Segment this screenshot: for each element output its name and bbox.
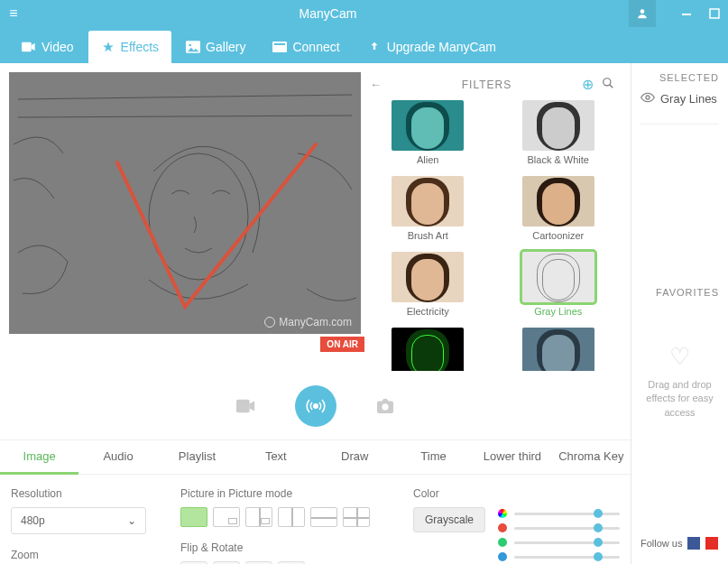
selected-effect[interactable]: Gray Lines xyxy=(640,92,719,106)
tab-effects-label: Effects xyxy=(121,40,160,54)
svg-rect-1 xyxy=(682,14,691,15)
red-icon xyxy=(498,523,507,532)
pip-split-h[interactable] xyxy=(310,507,337,527)
pip-label: Picture in Picture mode xyxy=(180,487,397,500)
hue-slider[interactable] xyxy=(514,513,620,515)
red-slider[interactable] xyxy=(514,527,620,530)
blue-slider[interactable] xyxy=(514,556,620,559)
subtab-audio[interactable]: Audio xyxy=(78,440,157,474)
filter-black-white[interactable]: Black & White xyxy=(501,100,617,165)
filter-cartoonizer[interactable]: Cartoonizer xyxy=(501,176,617,241)
favorites-hint: Drag and drop effects for easy access xyxy=(640,378,719,420)
resolution-select[interactable]: 480p ⌄ xyxy=(11,507,146,534)
filters-add-button[interactable]: ⊕ xyxy=(582,76,602,93)
pip-split2[interactable] xyxy=(245,507,272,527)
svg-point-5 xyxy=(189,44,191,47)
facebook-icon[interactable] xyxy=(687,537,700,550)
tab-gallery[interactable]: Gallery xyxy=(173,31,258,63)
svg-rect-3 xyxy=(22,42,32,52)
subtab-text[interactable]: Text xyxy=(236,440,315,474)
pip-split-v[interactable] xyxy=(278,507,305,527)
filter-alien[interactable]: Alien xyxy=(370,100,486,165)
subtab-lowerthird[interactable]: Lower third xyxy=(473,440,551,474)
tab-video-label: Video xyxy=(41,40,74,54)
green-icon xyxy=(498,538,507,547)
svg-rect-2 xyxy=(710,9,719,18)
subtab-image[interactable]: Image xyxy=(0,440,78,475)
snapshot-button[interactable] xyxy=(373,393,398,419)
tab-gallery-label: Gallery xyxy=(206,40,245,54)
filters-search-button[interactable] xyxy=(602,77,622,92)
tab-connect[interactable]: Connect xyxy=(260,31,352,63)
tab-upgrade-label: Upgrade ManyCam xyxy=(387,40,496,54)
blue-icon xyxy=(498,552,507,561)
tab-video[interactable]: Video xyxy=(9,31,87,63)
filter-item-8[interactable] xyxy=(501,328,617,371)
maximize-button[interactable] xyxy=(701,0,728,27)
filters-title: FILTERS xyxy=(392,79,582,91)
svg-rect-7 xyxy=(274,43,285,45)
filter-item-7[interactable] xyxy=(370,328,486,371)
zoom-label: Zoom xyxy=(11,549,164,561)
pip-full[interactable] xyxy=(180,507,207,527)
subtab-draw[interactable]: Draw xyxy=(316,440,394,474)
eye-icon xyxy=(640,92,655,106)
video-preview: ManyCam.com ON AIR xyxy=(9,72,361,334)
chevron-down-icon: ⌄ xyxy=(127,514,136,527)
resolution-label: Resolution xyxy=(11,487,164,500)
app-title: ManyCam xyxy=(27,6,629,21)
filter-electricity[interactable]: Electricity xyxy=(370,252,486,317)
menu-button[interactable]: ≡ xyxy=(0,5,27,22)
svg-rect-8 xyxy=(9,72,361,334)
svg-point-13 xyxy=(382,403,388,410)
subtab-chromakey[interactable]: Chroma Key xyxy=(552,440,631,474)
svg-rect-11 xyxy=(236,400,250,413)
pip-corner[interactable] xyxy=(213,507,240,527)
minimize-button[interactable] xyxy=(674,0,701,27)
subtab-time[interactable]: Time xyxy=(394,440,473,474)
filter-brush-art[interactable]: Brush Art xyxy=(370,176,486,241)
tab-upgrade[interactable]: Upgrade ManyCam xyxy=(355,31,509,63)
on-air-badge: ON AIR xyxy=(320,337,364,352)
flip-label: Flip & Rotate xyxy=(180,541,397,554)
selected-header: SELECTED xyxy=(640,72,719,83)
follow-label: Follow us xyxy=(640,538,682,549)
favorites-header: FAVORITES xyxy=(640,287,719,298)
svg-point-14 xyxy=(646,96,650,99)
youtube-icon[interactable] xyxy=(705,537,718,550)
heart-icon: ♡ xyxy=(669,343,690,371)
svg-rect-6 xyxy=(272,42,287,52)
subtab-playlist[interactable]: Playlist xyxy=(158,440,236,474)
broadcast-button[interactable] xyxy=(295,385,336,427)
filters-back-button[interactable]: ← xyxy=(370,78,392,91)
camera-toggle-button[interactable] xyxy=(234,393,259,419)
watermark: ManyCam.com xyxy=(264,316,352,328)
green-slider[interactable] xyxy=(514,541,620,544)
svg-point-10 xyxy=(604,79,611,86)
color-label: Color xyxy=(413,487,620,500)
tab-connect-label: Connect xyxy=(292,40,339,54)
pip-quad[interactable] xyxy=(343,507,370,527)
tab-effects[interactable]: Effects xyxy=(88,31,172,63)
color-mode-button[interactable]: Grayscale xyxy=(413,507,485,532)
hue-icon xyxy=(498,509,507,518)
filter-gray-lines[interactable]: Gray Lines xyxy=(501,252,617,317)
svg-point-0 xyxy=(640,9,645,14)
filters-grid[interactable]: Alien Black & White Brush Art Cartoonize… xyxy=(370,100,622,371)
svg-point-12 xyxy=(313,403,318,409)
user-button[interactable] xyxy=(629,0,656,27)
